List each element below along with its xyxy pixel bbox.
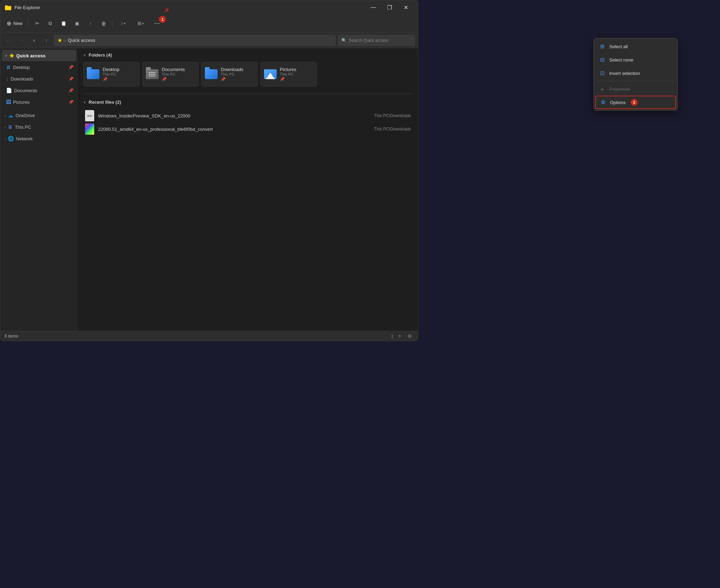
folder-blue-icon xyxy=(87,69,99,79)
sort-button[interactable]: ↕ ▾ xyxy=(115,17,131,30)
folder-pictures-info: Pictures This PC 📌 xyxy=(280,67,314,82)
folder-pictures-pin: 📌 xyxy=(280,77,314,82)
thispc-expand-icon: › xyxy=(5,125,6,129)
app-icon xyxy=(5,4,12,11)
folder-gray-icon xyxy=(146,69,159,79)
sidebar-item-thispc[interactable]: › 🖥 This PC xyxy=(2,121,76,133)
path-star-icon: ★ xyxy=(57,37,62,44)
pictures-icon: 🖼 xyxy=(6,99,11,105)
folder-pictures-icon-container xyxy=(264,68,277,81)
folder-documents[interactable]: Documents This PC 📌 xyxy=(142,62,199,87)
sidebar-item-pictures[interactable]: 🖼 Pictures 📌 xyxy=(2,96,76,108)
onedrive-icon: ☁ xyxy=(8,112,13,119)
title-bar: File Explorer — ❐ ✕ xyxy=(0,0,418,14)
file1-name: Windows_InsiderPreview_SDK_en-us_22000 xyxy=(98,113,371,119)
minimize-button[interactable]: — xyxy=(365,2,381,13)
folder-desktop[interactable]: Desktop This PC 📌 xyxy=(83,62,140,87)
recent-title: Recent files (2) xyxy=(89,100,121,105)
folder-downloads-icon-container xyxy=(205,68,218,81)
sidebar-item-quick-access[interactable]: ∨ ★ Quick access xyxy=(2,50,76,61)
file-iso-icon: ISO xyxy=(85,110,94,121)
view-button[interactable]: ⊞ ▾ xyxy=(132,17,149,30)
sidebar-item-desktop[interactable]: 🖥 Desktop 📌 xyxy=(2,62,76,73)
new-button[interactable]: ⊕ New xyxy=(3,17,26,30)
desktop-icon: 🖥 xyxy=(6,64,11,70)
sidebar: ∨ ★ Quick access 🖥 Desktop 📌 ↓ Downloads… xyxy=(0,48,78,331)
folder-documents-info: Documents This PC 📌 xyxy=(162,67,195,82)
status-view-icons: ≡ ⊞ xyxy=(396,333,414,340)
search-placeholder: Search Quick access xyxy=(349,38,388,43)
recent-toggle[interactable]: ∨ xyxy=(83,100,86,104)
toolbar-separator-2 xyxy=(112,19,112,28)
copy-button[interactable]: ⧉ xyxy=(44,17,57,30)
delete-button[interactable]: 🗑 xyxy=(97,17,110,30)
expand-arrow-icon: ∨ xyxy=(5,54,7,58)
rename-button[interactable]: ▣ xyxy=(71,17,83,30)
up-button[interactable]: ↑ xyxy=(41,35,52,46)
documents-icon: 📄 xyxy=(6,88,12,93)
sidebar-item-onedrive[interactable]: › ☁ OneDrive xyxy=(2,110,76,121)
folder-pictures-sub: This PC xyxy=(280,72,314,76)
folder-desktop-info: Desktop This PC 📌 xyxy=(103,67,136,82)
sidebar-item-downloads[interactable]: ↓ Downloads 📌 xyxy=(2,73,76,84)
paste-icon: 📋 xyxy=(61,21,66,26)
search-box[interactable]: 🔍 Search Quick access xyxy=(338,35,415,46)
share-icon: ↑ xyxy=(89,21,92,26)
cut-button[interactable]: ✂ xyxy=(31,17,43,30)
pin-icon-3: 📌 xyxy=(69,88,73,93)
sidebar-documents-label: Documents xyxy=(14,88,37,93)
folder-downloads-sub: This PC xyxy=(221,72,255,76)
folder-downloads-pin: 📌 xyxy=(221,77,255,82)
status-items-count: 6 items xyxy=(5,334,392,339)
sidebar-desktop-label: Desktop xyxy=(13,65,30,70)
file1-location: This PC\Downloads xyxy=(374,113,411,118)
file-explorer-window: File Explorer — ❐ ✕ ⊕ New ✂ ⧉ 📋 ▣ ↑ 🗑 xyxy=(0,0,418,341)
network-icon: 🌐 xyxy=(8,136,14,141)
recent-item-2[interactable]: 22000.51_amd64_en-us_professional_bfe6f0… xyxy=(83,122,412,136)
share-button[interactable]: ↑ xyxy=(84,17,97,30)
sidebar-item-documents[interactable]: 📄 Documents 📌 xyxy=(2,85,76,96)
file1-icon-container: ISO xyxy=(85,111,95,121)
maximize-button[interactable]: ❐ xyxy=(381,2,398,13)
toolbar-separator-1 xyxy=(28,19,28,28)
status-separator: | xyxy=(392,334,393,339)
dropdown-button[interactable]: ∨ xyxy=(28,35,39,46)
file2-location: This PC\Downloads xyxy=(374,127,411,132)
folder-downloads[interactable]: Downloads This PC 📌 xyxy=(201,62,258,87)
path-separator: › xyxy=(64,38,66,43)
forward-button[interactable]: → xyxy=(16,35,26,46)
recent-item-1[interactable]: ISO Windows_InsiderPreview_SDK_en-us_220… xyxy=(83,109,412,122)
docs-lines xyxy=(149,71,156,77)
folder-documents-pin: 📌 xyxy=(162,77,195,82)
paste-button[interactable]: 📋 xyxy=(57,17,70,30)
folder-downloads-info: Downloads This PC 📌 xyxy=(221,67,255,82)
folder-desktop-pin: 📌 xyxy=(103,77,136,82)
network-expand-icon: › xyxy=(5,137,6,141)
pin-icon-2: 📌 xyxy=(69,77,73,81)
svg-rect-1 xyxy=(5,5,8,7)
back-button[interactable]: ← xyxy=(3,35,14,46)
forward-icon: → xyxy=(19,38,24,43)
folder-blue-dl-icon xyxy=(205,69,218,79)
view-list-button[interactable]: ≡ xyxy=(396,333,404,340)
view-icon: ⊞ xyxy=(137,21,141,26)
view-grid-button[interactable]: ⊞ xyxy=(405,333,414,340)
toolbar: ⊕ New ✂ ⧉ 📋 ▣ ↑ 🗑 ↕ ▾ ⊞ ▾ xyxy=(0,14,418,33)
dropdown-icon: ∨ xyxy=(33,38,35,42)
folders-toggle[interactable]: ∨ xyxy=(83,53,86,57)
close-button[interactable]: ✕ xyxy=(398,2,414,13)
folder-documents-sub: This PC xyxy=(162,72,195,76)
file2-icon-container xyxy=(85,124,95,134)
recent-files-list: ISO Windows_InsiderPreview_SDK_en-us_220… xyxy=(83,109,412,136)
folder-desktop-name: Desktop xyxy=(103,67,136,72)
folder-desktop-icon-container xyxy=(86,68,100,81)
folder-pictures[interactable]: Pictures This PC 📌 xyxy=(261,62,317,87)
downloads-icon: ↓ xyxy=(6,76,8,82)
thispc-icon: 🖥 xyxy=(8,124,13,130)
file-colorful-icon xyxy=(85,123,94,135)
rename-icon: ▣ xyxy=(75,21,79,26)
folders-grid: Desktop This PC 📌 D xyxy=(83,62,412,87)
sidebar-item-network[interactable]: › 🌐 Network xyxy=(2,133,76,144)
address-path[interactable]: ★ › Quick access xyxy=(54,35,336,46)
search-icon: 🔍 xyxy=(341,38,347,43)
